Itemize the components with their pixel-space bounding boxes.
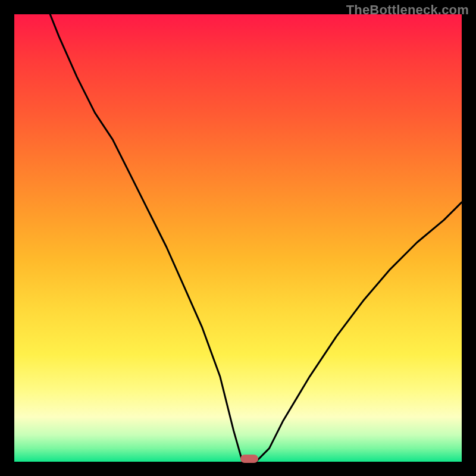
- bottleneck-curve: [50, 14, 462, 462]
- plot-svg: [14, 14, 462, 462]
- watermark-text: TheBottleneck.com: [346, 2, 469, 18]
- plot-area: [14, 14, 462, 462]
- minimum-marker: [240, 455, 258, 463]
- chart-frame: TheBottleneck.com: [0, 0, 476, 476]
